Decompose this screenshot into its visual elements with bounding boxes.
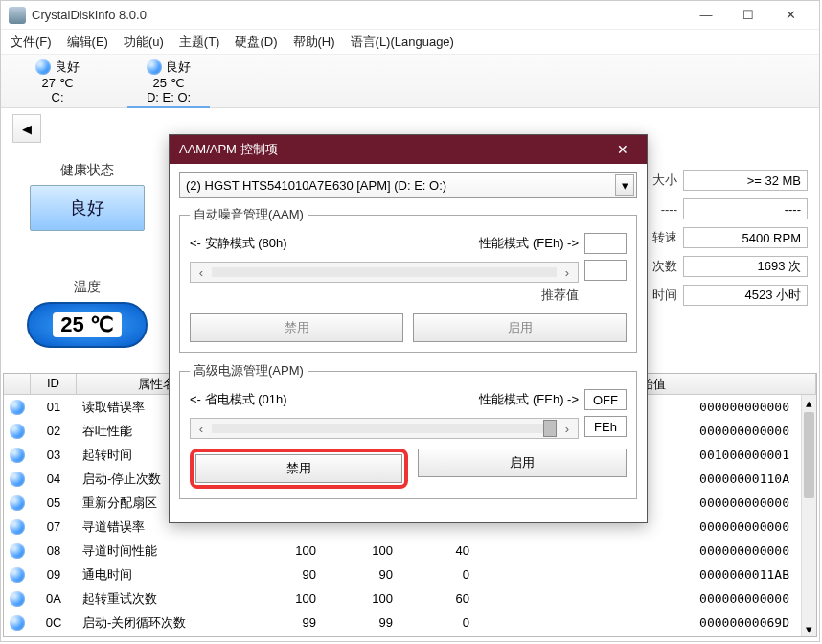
drive-tab-1[interactable]: 良好 25 ℃ D: E: O: bbox=[127, 58, 210, 108]
cell-id: 02 bbox=[31, 424, 77, 438]
cell-b: 90 bbox=[326, 567, 402, 582]
col-id[interactable]: ID bbox=[31, 374, 77, 394]
apm-legend: 高级电源管理(APM) bbox=[190, 362, 308, 380]
aam-disable-button[interactable]: 禁用 bbox=[190, 313, 403, 342]
cell-a: 99 bbox=[249, 615, 326, 630]
status-orb-icon bbox=[147, 59, 162, 75]
minimize-button[interactable]: — bbox=[685, 2, 727, 29]
cell-raw: 000000000000 bbox=[479, 543, 801, 558]
cell-b: 100 bbox=[326, 591, 402, 606]
app-title: CrystalDiskInfo 8.0.0 bbox=[32, 8, 685, 22]
slider-right-icon[interactable]: › bbox=[557, 265, 578, 280]
aam-apm-dialog: AAM/APM 控制项 ✕ (2) HGST HTS541010A7E630 [… bbox=[169, 134, 648, 523]
info-row: 大小>= 32 MB bbox=[639, 170, 808, 191]
apm-group: 高级电源管理(APM) <- 省电模式 (01h) 性能模式 (FEh) -> … bbox=[179, 362, 637, 499]
drive-tabs: 良好 27 ℃ C: 良好 25 ℃ D: E: O: bbox=[1, 55, 819, 108]
titlebar: CrystalDiskInfo 8.0.0 — ☐ ✕ bbox=[1, 1, 819, 30]
apm-slider[interactable]: ‹ › bbox=[190, 418, 579, 439]
table-row[interactable]: 0C启动-关闭循环次数9999000000000069D bbox=[4, 610, 801, 634]
info-row: -------- bbox=[639, 198, 808, 219]
cell-name: 寻道时间性能 bbox=[77, 542, 249, 560]
drive-letters: C: bbox=[16, 90, 99, 104]
cell-c: 60 bbox=[402, 591, 479, 606]
menu-lang[interactable]: 语言(L)(Language) bbox=[351, 34, 454, 51]
maximize-button[interactable]: ☐ bbox=[727, 2, 769, 29]
menu-func[interactable]: 功能(u) bbox=[124, 34, 164, 51]
status-orb-icon bbox=[10, 400, 25, 415]
aam-enable-button[interactable]: 启用 bbox=[413, 313, 627, 342]
apm-enable-button[interactable]: 启用 bbox=[418, 448, 627, 477]
status-orb-icon bbox=[10, 567, 25, 583]
drive-select[interactable]: (2) HGST HTS541010A7E630 [APM] (D: E: O:… bbox=[179, 172, 637, 198]
aam-group: 自动噪音管理(AAM) <- 安静模式 (80h) 性能模式 (FEh) -> … bbox=[179, 206, 637, 353]
cell-name: 启动-关闭循环次数 bbox=[77, 614, 249, 632]
close-button[interactable]: ✕ bbox=[769, 2, 811, 29]
cell-raw: 00000000069D bbox=[479, 615, 801, 630]
scroll-down-button[interactable]: ▾ bbox=[802, 621, 816, 636]
menubar: 文件(F) 编辑(E) 功能(u) 主题(T) 硬盘(D) 帮助(H) 语言(L… bbox=[1, 30, 819, 55]
cell-a: 90 bbox=[249, 567, 326, 582]
cell-raw: 0000000011AB bbox=[479, 567, 801, 582]
apm-perf-label: 性能模式 (FEh) -> bbox=[479, 391, 579, 408]
scroll-thumb[interactable] bbox=[804, 412, 814, 498]
cell-id: 08 bbox=[31, 543, 77, 558]
apm-disable-button[interactable]: 禁用 bbox=[195, 454, 402, 483]
slider-right-icon[interactable]: › bbox=[557, 422, 578, 436]
slider-left-icon[interactable]: ‹ bbox=[191, 422, 212, 436]
dialog-title: AAM/APM 控制项 bbox=[179, 141, 608, 158]
cell-id: 0C bbox=[31, 615, 77, 630]
menu-file[interactable]: 文件(F) bbox=[11, 34, 52, 51]
table-row[interactable]: 08寻道时间性能10010040000000000000 bbox=[4, 539, 801, 563]
apm-value: FEh bbox=[584, 416, 627, 437]
info-row: 次数1693 次 bbox=[639, 256, 808, 277]
info-row: 转速5400 RPM bbox=[639, 227, 808, 248]
menu-disk[interactable]: 硬盘(D) bbox=[235, 34, 277, 51]
dialog-close-button[interactable]: ✕ bbox=[608, 142, 637, 157]
status-orb-icon bbox=[10, 615, 25, 631]
app-icon bbox=[9, 7, 26, 24]
table-row[interactable]: 09通电时间909000000000011AB bbox=[4, 563, 801, 586]
dialog-titlebar[interactable]: AAM/APM 控制项 ✕ bbox=[170, 135, 647, 164]
cell-id: 07 bbox=[31, 519, 77, 534]
cell-id: 09 bbox=[31, 567, 77, 582]
menu-help[interactable]: 帮助(H) bbox=[293, 34, 335, 51]
status-orb-icon bbox=[35, 59, 51, 75]
apm-current-value: OFF bbox=[584, 389, 627, 410]
scroll-up-button[interactable]: ▴ bbox=[802, 395, 816, 410]
slider-thumb[interactable] bbox=[543, 420, 557, 437]
table-row[interactable]: BF加速度感应错误率1001000000000000000 bbox=[4, 634, 801, 636]
info-row: 时间4523 小时 bbox=[639, 285, 808, 306]
menu-edit[interactable]: 编辑(E) bbox=[67, 34, 108, 51]
drive-select-value: (2) HGST HTS541010A7E630 [APM] (D: E: O:… bbox=[186, 178, 446, 193]
chevron-down-icon: ▾ bbox=[615, 174, 634, 196]
aam-slider[interactable]: ‹ › bbox=[190, 262, 579, 283]
drive-temp: 27 ℃ bbox=[16, 76, 99, 90]
cell-a: 100 bbox=[249, 591, 326, 606]
cell-raw: 000000000000 bbox=[479, 591, 801, 606]
cell-name: 起转重试次数 bbox=[77, 590, 249, 608]
slider-left-icon[interactable]: ‹ bbox=[191, 265, 212, 280]
status-orb-icon bbox=[10, 472, 25, 487]
health-block: 健康状态 良好 bbox=[12, 162, 162, 231]
aam-legend: 自动噪音管理(AAM) bbox=[190, 206, 308, 223]
aam-current-value bbox=[584, 233, 627, 254]
health-label: 健康状态 bbox=[12, 162, 162, 179]
health-value: 良好 bbox=[30, 185, 145, 231]
status-orb-icon bbox=[10, 591, 25, 607]
scrollbar[interactable]: ▴ ▾ bbox=[801, 395, 816, 636]
cell-id: 03 bbox=[31, 448, 77, 462]
table-row[interactable]: 0A起转重试次数10010060000000000000 bbox=[4, 586, 801, 610]
drive-tab-0[interactable]: 良好 27 ℃ C: bbox=[16, 58, 99, 108]
cell-name: 通电时间 bbox=[77, 566, 249, 584]
apm-save-label: <- 省电模式 (01h) bbox=[190, 391, 473, 408]
aam-rec-value bbox=[584, 260, 627, 281]
cell-b: 100 bbox=[326, 543, 402, 558]
status-orb-icon bbox=[10, 424, 25, 439]
cell-id: 0A bbox=[31, 591, 77, 606]
menu-theme[interactable]: 主题(T) bbox=[179, 34, 220, 51]
aam-rec-label: 推荐值 bbox=[190, 287, 627, 304]
prev-drive-button[interactable]: ◀ bbox=[12, 114, 41, 143]
cell-id: 04 bbox=[31, 472, 77, 486]
status-orb-icon bbox=[10, 448, 25, 463]
cell-c: 0 bbox=[402, 567, 479, 582]
